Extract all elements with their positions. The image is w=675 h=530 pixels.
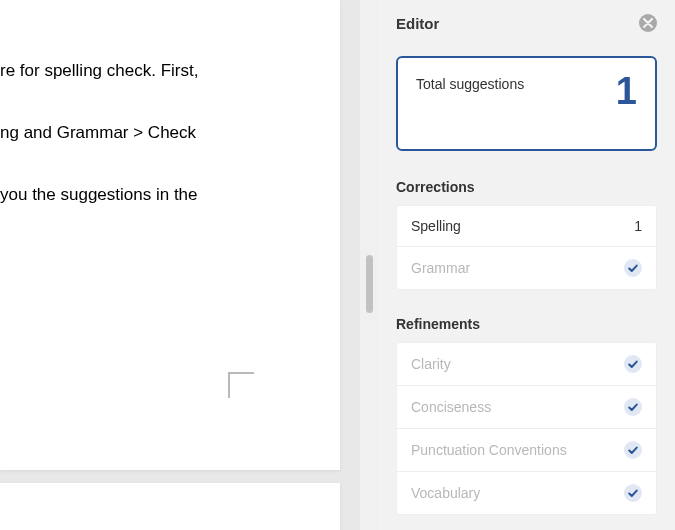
- row-label: Conciseness: [411, 399, 491, 415]
- scrollbar-thumb[interactable]: [366, 255, 373, 313]
- check-icon: [624, 355, 642, 373]
- total-suggestions-count: 1: [616, 72, 637, 131]
- check-icon: [624, 441, 642, 459]
- corrections-row-spelling[interactable]: Spelling 1: [397, 206, 656, 247]
- doc-line: you the suggestions in the: [0, 179, 322, 210]
- refinements-row-punctuation[interactable]: Punctuation Conventions: [397, 429, 656, 472]
- check-icon: [624, 398, 642, 416]
- page-corner-mark: [228, 372, 254, 398]
- check-icon: [624, 484, 642, 502]
- total-suggestions-label: Total suggestions: [416, 72, 524, 131]
- editor-title: Editor: [396, 15, 439, 32]
- corrections-row-grammar[interactable]: Grammar: [397, 247, 656, 289]
- row-label: Spelling: [411, 218, 461, 234]
- refinements-row-clarity[interactable]: Clarity: [397, 343, 656, 386]
- row-label: Clarity: [411, 356, 451, 372]
- check-icon: [624, 259, 642, 277]
- row-label: Grammar: [411, 260, 470, 276]
- close-icon[interactable]: [639, 14, 657, 32]
- refinements-row-vocabulary[interactable]: Vocabulary: [397, 472, 656, 514]
- document-text: re for spelling check. First, ng and Gra…: [0, 24, 322, 241]
- row-label: Vocabulary: [411, 485, 480, 501]
- editor-header: Editor: [396, 14, 657, 32]
- scrollbar-track[interactable]: [360, 0, 378, 530]
- row-count: 1: [634, 218, 642, 234]
- refinements-row-conciseness[interactable]: Conciseness: [397, 386, 656, 429]
- editor-panel: Editor Total suggestions 1 Corrections S…: [378, 0, 675, 530]
- refinements-heading: Refinements: [396, 316, 657, 332]
- document-page: re for spelling check. First, ng and Gra…: [0, 0, 340, 470]
- doc-line: re for spelling check. First,: [0, 55, 322, 86]
- document-page-next: [0, 483, 340, 530]
- refinements-list: Clarity Conciseness Punctuation Conventi…: [396, 342, 657, 515]
- corrections-heading: Corrections: [396, 179, 657, 195]
- row-label: Punctuation Conventions: [411, 442, 567, 458]
- doc-line: ng and Grammar > Check: [0, 117, 322, 148]
- total-suggestions-card[interactable]: Total suggestions 1: [396, 56, 657, 151]
- corrections-list: Spelling 1 Grammar: [396, 205, 657, 290]
